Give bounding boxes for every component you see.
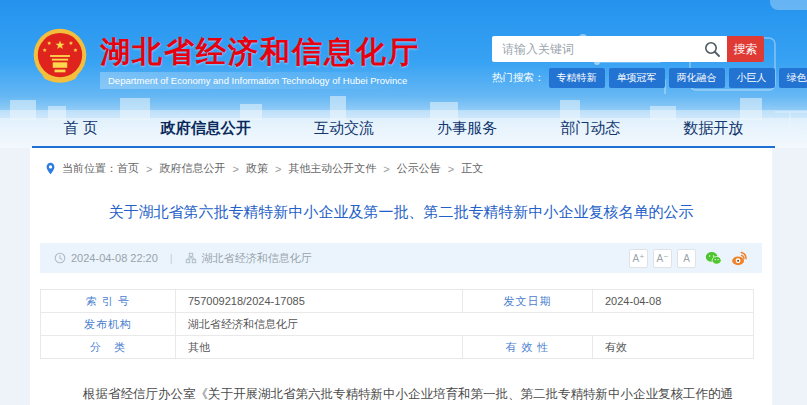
- nav-item-interaction[interactable]: 互动交流: [314, 119, 374, 138]
- crumb-separator: >: [383, 163, 389, 175]
- wechat-share-icon[interactable]: [705, 250, 722, 267]
- site-subtitle: Department of Economy and Information Te…: [100, 72, 415, 89]
- weibo-share-icon[interactable]: [731, 250, 748, 267]
- publish-datetime: 2024-04-08 22:20: [71, 252, 158, 264]
- index-number-label: 索 引 号: [41, 290, 176, 313]
- article-source: 湖北省经济和信息化厅: [202, 251, 312, 266]
- crumb-policy[interactable]: 政策: [246, 161, 268, 176]
- issuing-agency-value: 湖北省经济和信息化厅: [176, 313, 754, 336]
- crumb-other-docs[interactable]: 其他主动公开文件: [288, 161, 376, 176]
- main-nav: 首 页 政府信息公开 互动交流 办事服务 部门动态 数据开放: [0, 110, 807, 148]
- clock-icon: [54, 252, 66, 264]
- hot-tag-xiaojuren[interactable]: 小巨人: [729, 68, 775, 88]
- hot-tag-zhuanjingtexin[interactable]: 专精特新: [549, 68, 605, 88]
- meta-divider: |: [170, 252, 173, 264]
- crumb-separator: >: [146, 163, 152, 175]
- svg-text:★: ★: [68, 40, 73, 46]
- organization-icon: [185, 252, 197, 264]
- national-emblem-logo: ★ ★ ★ ★ ★: [31, 26, 89, 86]
- search-bar: 搜索: [492, 36, 764, 62]
- nav-item-services[interactable]: 办事服务: [437, 119, 497, 138]
- crumb-gov-info[interactable]: 政府信息公开: [159, 161, 225, 176]
- table-row: 发布机构 湖北省经济和信息化厅: [41, 313, 754, 336]
- publish-date-value: 2024-04-08: [593, 290, 754, 313]
- table-row: 索 引 号 757009218/2024-17085 发文日期 2024-04-…: [41, 290, 754, 313]
- validity-value: 有效: [593, 336, 754, 359]
- search-input[interactable]: [492, 36, 727, 62]
- svg-text:★: ★: [42, 47, 47, 53]
- crumb-separator: >: [275, 163, 281, 175]
- svg-text:★: ★: [73, 47, 78, 53]
- svg-text:★: ★: [55, 38, 66, 51]
- breadcrumb-label: 当前位置：: [62, 161, 117, 176]
- search-button[interactable]: 搜索: [727, 36, 764, 62]
- nav-item-home[interactable]: 首 页: [64, 119, 98, 138]
- meta-actions: A⁺ A⁻ A: [624, 249, 748, 268]
- hot-search-label: 热门搜索：: [492, 71, 545, 85]
- category-value: 其他: [176, 336, 463, 359]
- publish-date-label: 发文日期: [463, 290, 593, 313]
- issuing-agency-label: 发布机构: [41, 313, 176, 336]
- site-header: ★ ★ ★ ★ ★ 湖北省经济和信息化厅 Department of Econo…: [0, 0, 807, 148]
- svg-text:★: ★: [47, 40, 52, 46]
- crumb-article: 正文: [461, 161, 483, 176]
- hot-tag-lvsegongchang[interactable]: 绿色工厂: [779, 68, 807, 88]
- nav-item-open-data[interactable]: 数据开放: [683, 119, 743, 138]
- index-number-value: 757009218/2024-17085: [176, 290, 463, 313]
- font-size-increase-button[interactable]: A⁺: [629, 249, 648, 268]
- search-icon[interactable]: [703, 40, 721, 58]
- site-title: 湖北省经济和信息化厅: [100, 32, 420, 73]
- validity-label: 有 效 性: [463, 336, 593, 359]
- hot-tag-danxiangguanjun[interactable]: 单项冠军: [609, 68, 665, 88]
- crumb-home[interactable]: 首页: [117, 161, 139, 176]
- location-pin-icon: [44, 162, 57, 175]
- nav-item-gov-info[interactable]: 政府信息公开: [161, 119, 251, 138]
- article-title: 关于湖北省第六批专精特新中小企业及第一批、第二批专精特新中小企业复核名单的公示: [40, 203, 762, 222]
- table-row: 分 类 其他 有 效 性 有效: [41, 336, 754, 359]
- nav-item-department-news[interactable]: 部门动态: [560, 119, 620, 138]
- font-size-reset-button[interactable]: A: [677, 249, 696, 268]
- crumb-announcements[interactable]: 公示公告: [397, 161, 441, 176]
- hot-search-row: 热门搜索： 专精特新 单项冠军 两化融合 小巨人 绿色工厂: [492, 68, 807, 88]
- crumb-separator: >: [448, 163, 454, 175]
- article-meta-bar: 2024-04-08 22:20 | 湖北省经济和信息化厅 A⁺ A⁻ A: [40, 243, 762, 273]
- content-card: 当前位置： 首页 > 政府信息公开 > 政策 > 其他主动公开文件 > 公示公告…: [30, 148, 772, 405]
- document-info-table: 索 引 号 757009218/2024-17085 发文日期 2024-04-…: [40, 289, 754, 359]
- hot-tag-lianghuaronghe[interactable]: 两化融合: [669, 68, 725, 88]
- font-size-decrease-button[interactable]: A⁻: [653, 249, 672, 268]
- breadcrumb: 当前位置： 首页 > 政府信息公开 > 政策 > 其他主动公开文件 > 公示公告…: [40, 148, 762, 176]
- category-label: 分 类: [41, 336, 176, 359]
- crumb-separator: >: [232, 163, 238, 175]
- article-body-paragraph: 根据省经信厅办公室《关于开展湖北省第六批专精特新中小企业培育和第一批、第二批专精…: [40, 383, 762, 405]
